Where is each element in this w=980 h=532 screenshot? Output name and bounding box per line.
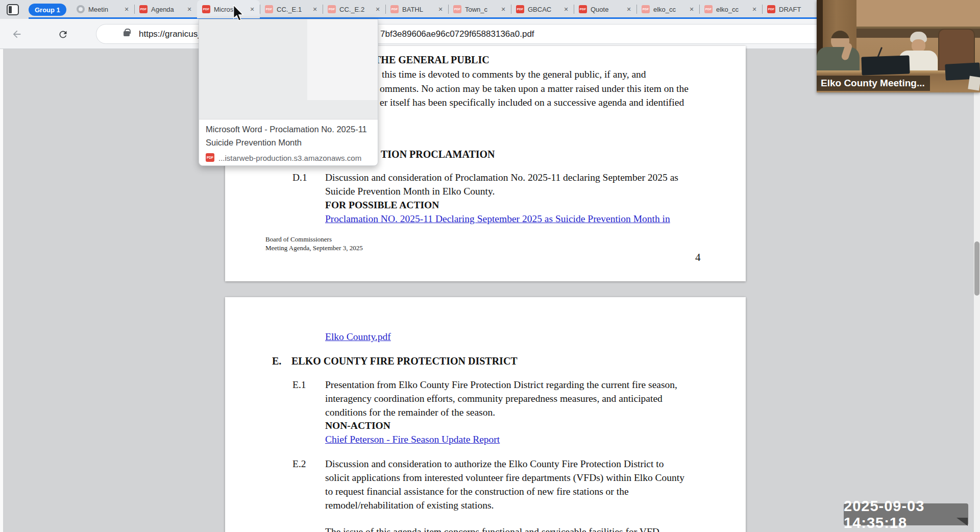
tab-divider	[511, 5, 511, 14]
tab-hover-preview-card: Microsoft Word - Proclamation No. 2025-1…	[199, 19, 378, 166]
doc-item-text-clipped: The issue of this agenda item concerns f…	[325, 526, 713, 532]
doc-item-text: to request financial assistance for the …	[325, 486, 629, 497]
tab-label: CC._E.1	[277, 6, 307, 13]
tab-divider	[260, 5, 260, 14]
tab-elko-cc-1[interactable]: PDF elko_cc ✕	[636, 0, 699, 18]
browser-window: Group 1 Meetin ✕ PDF Agenda ✕ PDF Micros…	[0, 0, 980, 532]
tab-draft[interactable]: PDF DRAFT	[762, 0, 818, 18]
timestamp-badge: 2025-09-03 14:35:18	[844, 503, 968, 525]
url-text-right: 7bf3e89606ae96c0729f65883136a0.pdf	[380, 29, 534, 39]
tab-label: Meetin	[88, 6, 119, 13]
tab-agenda[interactable]: PDF Agenda ✕	[134, 0, 197, 18]
tab-divider	[636, 5, 637, 14]
doc-section-letter: E.	[272, 355, 281, 367]
tab-preview-title-line1: Microsoft Word - Proclamation No. 2025-1…	[206, 125, 367, 134]
video-paper	[968, 76, 980, 91]
timestamp-corner-arrow	[957, 518, 968, 526]
close-icon[interactable]: ✕	[436, 5, 445, 13]
close-icon[interactable]: ✕	[562, 5, 570, 13]
pdf-favicon: PDF	[328, 5, 336, 13]
doc-footer-date: Meeting Agenda, September 3, 2025	[265, 244, 363, 252]
tab-preview-source: ...istarweb-production.s3.amazonaws.com	[218, 154, 361, 162]
back-button[interactable]	[9, 27, 24, 42]
doc-section-heading-fire-district: ELKO COUNTY FIRE PROTECTION DISTRICT	[291, 355, 518, 367]
doc-item-text: interagency coordination efforts, commun…	[325, 393, 663, 404]
mouse-cursor	[233, 5, 244, 22]
window-edge	[0, 49, 3, 532]
doc-footer-board: Board of Commissioners	[265, 235, 332, 244]
doc-paragraph-line: this time is devoted to comments by the …	[382, 69, 646, 80]
video-title-label: Elko County Meeting...	[817, 76, 930, 91]
close-icon[interactable]: ✕	[499, 5, 507, 13]
pdf-favicon: PDF	[767, 5, 775, 13]
tab-label: elko_cc	[653, 6, 684, 13]
doc-item-number: E.2	[292, 458, 306, 470]
pdf-favicon: PDF	[265, 5, 273, 13]
tab-bathl[interactable]: PDF BATHL ✕	[385, 0, 448, 18]
tab-cc-e1[interactable]: PDF CC._E.1 ✕	[260, 0, 323, 18]
tab-group-pill[interactable]: Group 1	[29, 4, 66, 16]
tab-meeting[interactable]: Meetin ✕	[71, 0, 134, 18]
doc-item-text: conditions for the remainder of the seas…	[325, 407, 495, 418]
pdf-favicon: PDF	[642, 5, 650, 13]
tab-divider	[385, 5, 386, 14]
pdf-favicon: PDF	[139, 5, 148, 13]
doc-item-text: solicit applications from interested vol…	[325, 472, 684, 483]
close-icon[interactable]: ✕	[688, 5, 696, 13]
doc-item-text: Suicide Prevention Month in Elko County.	[325, 186, 495, 197]
tab-divider	[574, 5, 574, 14]
close-icon[interactable]: ✕	[750, 5, 758, 13]
tab-label: BATHL	[402, 6, 433, 13]
back-arrow-icon	[11, 29, 22, 40]
doc-link-proclamation[interactable]: Proclamation NO. 2025-11 Declaring Septe…	[325, 213, 670, 225]
doc-paragraph-line: er itself has been specifically included…	[380, 97, 684, 108]
pdf-favicon: PDF	[704, 5, 713, 13]
tab-label: DRAFT	[779, 6, 815, 13]
close-icon[interactable]: ✕	[122, 5, 131, 13]
pdf-favicon: PDF	[516, 5, 524, 13]
tab-microsoft-word-proclamation[interactable]: PDF Micros ✕	[197, 0, 260, 18]
meeting-video-overlay[interactable]: Elko County Meeting...	[817, 0, 980, 92]
close-icon[interactable]: ✕	[185, 5, 193, 13]
close-icon[interactable]: ✕	[248, 5, 256, 13]
doc-item-text: Discussion and consideration of Proclama…	[325, 172, 678, 183]
video-wall	[856, 0, 980, 29]
tab-quote[interactable]: PDF Quote ✕	[574, 0, 636, 18]
close-icon[interactable]: ✕	[625, 5, 633, 13]
tab-divider	[323, 5, 323, 14]
doc-heading-general-public: THE GENERAL PUBLIC	[374, 54, 489, 66]
tab-label: GBCAC	[528, 6, 558, 13]
pdf-favicon: PDF	[579, 5, 587, 13]
doc-heading-proclamation: TION PROCLAMATION	[381, 149, 495, 160]
close-icon[interactable]: ✕	[311, 5, 319, 13]
tab-elko-cc-2[interactable]: PDF elko_cc ✕	[699, 0, 762, 18]
doc-link-elko-county-pdf[interactable]: Elko County.pdf	[325, 331, 391, 343]
reload-button[interactable]	[55, 27, 70, 42]
pdf-favicon: PDF	[390, 5, 399, 13]
pdf-favicon: PDF	[202, 5, 210, 13]
tab-divider	[134, 5, 135, 14]
website-favicon	[77, 5, 85, 13]
tab-gbcac[interactable]: PDF GBCAC ✕	[511, 0, 574, 18]
doc-page-number: 4	[695, 251, 701, 264]
close-icon[interactable]: ✕	[374, 5, 382, 13]
doc-action-label: FOR POSSIBLE ACTION	[325, 200, 439, 211]
tab-divider	[448, 5, 449, 14]
doc-action-label: NON-ACTION	[325, 420, 390, 431]
tab-divider	[699, 5, 700, 14]
doc-link-fire-season-report[interactable]: Chief Peterson - Fire Season Update Repo…	[325, 434, 500, 445]
lock-icon[interactable]	[124, 31, 130, 36]
tab-label: CC._E.2	[339, 6, 370, 13]
tab-divider	[762, 5, 763, 14]
reload-icon	[58, 29, 68, 40]
tab-cc-e2[interactable]: PDF CC._E.2 ✕	[323, 0, 385, 18]
tab-preview-title-line2: Suicide Prevention Month	[206, 138, 302, 148]
tab-label: Town_c	[465, 6, 496, 13]
doc-item-number: E.1	[292, 379, 306, 391]
doc-item-text: Presentation from Elko County Fire Prote…	[325, 379, 677, 391]
scrollbar-thumb[interactable]	[974, 241, 979, 296]
tab-town-c[interactable]: PDF Town_c ✕	[448, 0, 511, 18]
pdf-favicon: PDF	[206, 153, 214, 162]
tab-workspaces-icon[interactable]	[7, 4, 19, 15]
tab-preview-thumbnail	[199, 19, 378, 119]
